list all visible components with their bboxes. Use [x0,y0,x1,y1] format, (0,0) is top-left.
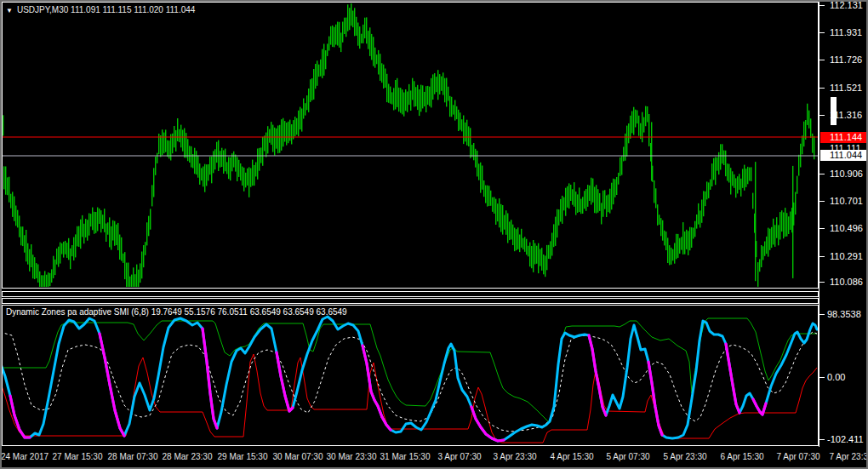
axis-tick [819,377,825,378]
indicator-title: Dynamic Zones pa adaptive SMI (6,8) 19.7… [6,307,347,317]
time-axis-label: 3 Apr 23:30 [493,452,536,461]
indicator-axis-label: 98.3538 [827,309,861,320]
axis-tick [819,314,825,315]
time-axis-label: 3 Apr 07:30 [437,452,481,461]
indicator-axis-label: -102.411 [827,434,864,445]
time-axis-label: 5 Apr 23:30 [663,452,706,461]
price-axis-label: 111.044 [820,150,867,161]
chevron-down-icon: ▼ [6,7,13,14]
price-axis-label: 112.131 [830,0,863,11]
time-axis-label: 5 Apr 07:30 [606,452,649,461]
price-axis-label: 111.931 [830,27,862,38]
time-axis-label: 24 Mar 2017 [2,452,49,461]
window-separator[interactable] [2,298,819,304]
time-axis-label: 7 Apr 07:30 [776,452,819,461]
axis-tick [819,174,825,174]
price-axis-label: 110.496 [830,223,863,234]
main-chart-area[interactable] [2,2,819,289]
price-axis-label: 111.144 [820,132,867,143]
price-scale-marker [831,97,837,125]
axis-tick [819,32,825,33]
price-scale[interactable]: 112.131111.931111.726111.521111.316111.1… [819,0,868,447]
axis-tick [819,201,825,202]
time-axis-label: 7 Apr 23:30 [829,452,866,461]
time-axis-label: 27 Mar 15:30 [53,452,103,461]
price-axis-label: 110.906 [830,169,863,180]
price-axis-label: 110.291 [830,251,863,262]
time-axis-label: 29 Mar 15:30 [218,452,268,461]
time-axis-label: 6 Apr 15:30 [720,452,763,461]
window-separator[interactable] [2,291,819,297]
axis-tick [819,5,825,6]
time-axis-label: 4 Apr 15:30 [550,452,593,461]
axis-tick [819,88,825,89]
time-axis-label: 28 Mar 23:30 [163,452,213,461]
axis-tick [819,115,825,116]
chart-title-text: USDJPY,M30 111.091 111.115 111.020 111.0… [17,5,195,14]
axis-tick [819,60,825,60]
price-axis-label: 111.726 [830,54,862,66]
time-axis-label: 30 Mar 07:30 [273,452,323,461]
axis-tick [819,439,825,440]
indicator-subwindow[interactable] [2,305,819,446]
indicator-axis-label: 0.00 [827,372,845,383]
time-axis-label: 31 Mar 15:30 [380,452,431,461]
price-axis-label: 110.701 [830,196,863,207]
axis-tick [819,256,825,257]
axis-tick [819,282,825,283]
time-axis-label: 30 Mar 23:30 [327,452,377,461]
time-axis-label: 28 Mar 07:30 [108,452,158,461]
price-axis-label: 111.111 [830,144,861,150]
chart-title: ▼USDJPY,M30 111.091 111.115 111.020 111.… [6,5,195,14]
time-scale[interactable]: 24 Mar 201727 Mar 15:3028 Mar 07:3028 Ma… [2,447,866,467]
price-axis-label: 110.086 [830,277,863,288]
axis-tick [819,228,825,229]
price-axis-label: 111.521 [830,83,862,94]
mt4-chart-window: ▼USDJPY,M30 111.091 111.115 111.020 111.… [0,0,868,469]
